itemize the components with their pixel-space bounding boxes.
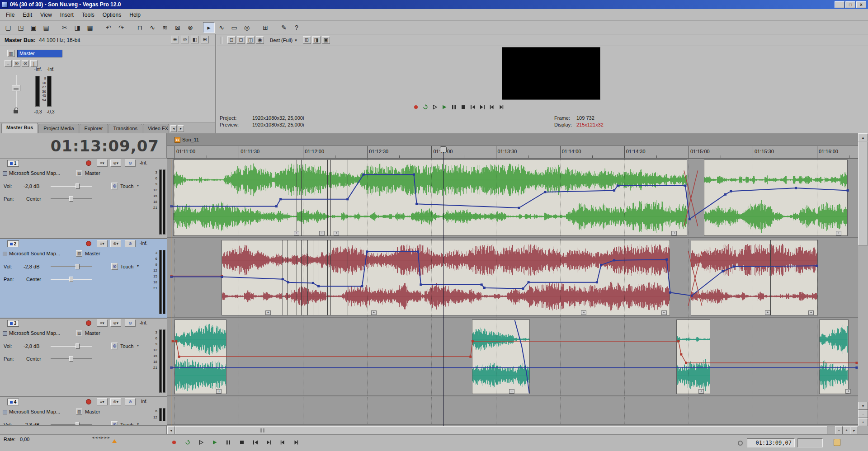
go-to-end-button[interactable] xyxy=(264,438,274,447)
event-fx-icon[interactable]: + xyxy=(334,231,339,235)
downmix-output-icon[interactable]: ⊞ xyxy=(201,36,209,43)
event-fx-icon[interactable]: + xyxy=(765,310,770,315)
event-fx-icon[interactable]: + xyxy=(836,231,841,235)
bus-assign-icon[interactable]: ▥ xyxy=(76,170,82,176)
bus-mute-icon[interactable]: ⊘ xyxy=(22,60,29,67)
enable-snapping-button[interactable]: ⊓ xyxy=(134,22,146,33)
bus-fader-icon[interactable]: | xyxy=(30,60,38,67)
preview-quality-dropdown[interactable]: Best (Full)▾ xyxy=(270,38,297,43)
menu-view[interactable]: View xyxy=(36,10,56,20)
time-ruler[interactable]: 01:11:0001:11:3001:12:0001:12:3001:13:00… xyxy=(167,146,858,159)
track-lane-4[interactable] xyxy=(167,397,858,425)
zoom-in-vertical-icon[interactable]: + xyxy=(858,418,868,426)
preview-quality-icon[interactable]: ◉ xyxy=(256,36,264,44)
menu-options[interactable]: Options xyxy=(99,10,125,20)
audio-event[interactable] xyxy=(819,319,848,394)
fader-lock-icon[interactable] xyxy=(14,110,18,113)
event-fx-icon[interactable]: + xyxy=(216,389,222,394)
normal-edit-tool-button[interactable]: ▸ xyxy=(203,22,215,33)
audio-event[interactable] xyxy=(472,319,530,394)
tab-project-media[interactable]: Project Media xyxy=(38,124,79,133)
play-button[interactable] xyxy=(210,438,220,447)
title-bar[interactable]: 0% (30 of 30) - Son Nu.veg - Vegas Pro 1… xyxy=(0,0,868,9)
overlays-grid-icon[interactable]: ⊞ xyxy=(303,36,311,44)
tab-master-bus[interactable]: Master Bus xyxy=(1,123,38,133)
marker-tag[interactable]: 11 xyxy=(175,137,180,143)
expand-track-keyframes-button[interactable]: ⊞ xyxy=(259,22,271,33)
open-project-button[interactable]: ◳ xyxy=(15,22,27,33)
new-project-button[interactable]: ▢ xyxy=(2,22,14,33)
copy-button[interactable]: ◨ xyxy=(71,22,83,33)
rate-marker-icon[interactable] xyxy=(112,439,117,443)
preview-record-button[interactable] xyxy=(412,103,420,110)
track-number-badge[interactable]: 4 xyxy=(7,399,19,405)
redo-button[interactable]: ↷ xyxy=(115,22,127,33)
interactive-tutorials-button[interactable]: ✎ xyxy=(278,22,290,33)
zoom-out-vertical-icon[interactable]: − xyxy=(858,410,868,418)
master-fader-handle[interactable] xyxy=(12,85,20,91)
event-fx-icon[interactable]: + xyxy=(808,310,814,315)
scrub-control[interactable]: ◄◄◄►►► xyxy=(91,436,110,440)
zoom-in-icon[interactable]: + xyxy=(843,426,850,434)
event-fx-icon[interactable]: + xyxy=(319,231,325,235)
whats-this-help-button[interactable]: ? xyxy=(291,22,302,33)
mute-output-icon[interactable]: ⊘ xyxy=(181,36,189,43)
bus-assign-icon[interactable]: ▥ xyxy=(76,330,82,336)
audio-event[interactable] xyxy=(222,240,670,315)
menu-file[interactable]: File xyxy=(2,10,19,20)
paste-button[interactable]: ▦ xyxy=(84,22,96,33)
pause-button[interactable] xyxy=(223,438,233,447)
stop-button[interactable] xyxy=(237,438,247,447)
scroll-up-icon[interactable]: ▲ xyxy=(858,133,868,141)
hscroll-thumb[interactable] xyxy=(175,426,827,434)
slider-thumb[interactable] xyxy=(75,422,80,426)
preview-play-from-start-button[interactable] xyxy=(431,103,439,110)
save-snapshot-icon[interactable]: ▣ xyxy=(322,36,330,44)
track-header-3[interactable]: 3≡▾⊛▾⊘-Inf.Microsoft Sound Map...▥Master… xyxy=(0,319,167,397)
preview-go-to-end-button[interactable] xyxy=(478,103,486,110)
panel-grip[interactable] xyxy=(221,37,222,44)
next-frame-button[interactable] xyxy=(291,438,301,447)
bus-assign-icon[interactable]: ▥ xyxy=(76,409,82,415)
ignore-event-grouping-button[interactable]: ⊗ xyxy=(184,22,196,33)
preview-loop-playback-button[interactable] xyxy=(421,103,429,110)
mute-button[interactable]: ⊘ xyxy=(125,160,136,167)
preview-next-frame-button[interactable] xyxy=(497,103,505,110)
record-arm-button[interactable] xyxy=(86,160,91,166)
event-fx-icon[interactable]: + xyxy=(671,231,677,235)
automation-device-icon[interactable]: ⊛ xyxy=(111,343,118,349)
undo-button[interactable]: ↶ xyxy=(103,22,114,33)
automation-mode[interactable]: Touch xyxy=(120,264,133,269)
automation-settings-button[interactable]: ≡▾ xyxy=(97,398,108,405)
preview-stop-button[interactable] xyxy=(459,103,467,110)
automation-settings-button[interactable]: ≡▾ xyxy=(97,319,108,327)
automation-mode[interactable]: Touch xyxy=(120,422,133,426)
record-button[interactable] xyxy=(169,438,179,447)
scroll-left-icon[interactable]: ◄ xyxy=(167,426,175,434)
track-lane-3[interactable]: ++++ xyxy=(167,319,858,396)
project-properties-button[interactable]: ▤ xyxy=(40,22,52,33)
selection-edit-tool-button[interactable]: ▭ xyxy=(228,22,240,33)
zoom-edit-tool-button[interactable]: ◎ xyxy=(241,22,253,33)
preview-play-button[interactable] xyxy=(440,103,448,110)
menu-help[interactable]: Help xyxy=(125,10,145,20)
audio-event[interactable] xyxy=(704,160,848,236)
preview-pause-button[interactable] xyxy=(450,103,458,110)
lock-envelopes-to-events-button[interactable]: ⊠ xyxy=(172,22,184,33)
tab-video-fx[interactable]: Video FX xyxy=(143,124,169,133)
track-header-2[interactable]: 2≡▾⊛▾⊘-Inf.Microsoft Sound Map...▥Master… xyxy=(0,239,167,319)
mute-button[interactable]: ⊘ xyxy=(125,319,136,327)
automation-settings-button[interactable]: ≡▾ xyxy=(97,160,108,167)
automation-device-icon[interactable]: ⊛ xyxy=(111,183,118,189)
automation-device-icon[interactable]: ⊛ xyxy=(111,263,118,270)
audio-event[interactable] xyxy=(173,160,687,236)
notification-icon[interactable] xyxy=(834,439,840,446)
tab-transitions[interactable]: Transitions xyxy=(108,124,142,133)
tab-scroll-left-icon[interactable]: ◂ xyxy=(170,125,177,132)
scroll-down-icon[interactable]: ▼ xyxy=(858,402,868,410)
volume-slider[interactable] xyxy=(51,263,92,270)
preview-go-to-start-button[interactable] xyxy=(469,103,477,110)
menu-tools[interactable]: Tools xyxy=(78,10,99,20)
playhead-handle[interactable] xyxy=(440,146,447,152)
video-output-fx-icon[interactable]: ⊡ xyxy=(227,36,236,44)
